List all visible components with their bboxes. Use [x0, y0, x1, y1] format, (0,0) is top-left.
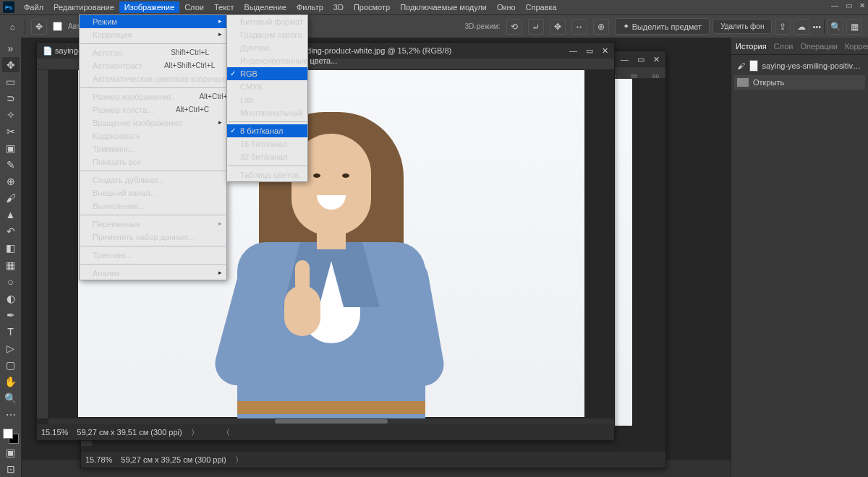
history-snapshot[interactable]: 🖌 saying-yes-smiling-positive-woman-with…: [734, 58, 865, 74]
menu-plugins[interactable]: Подключаемые модули: [395, 1, 492, 13]
history-brush-tool[interactable]: ↶: [2, 224, 20, 239]
zoom-level-front[interactable]: 15.15%: [41, 428, 68, 437]
3d-orbit-icon[interactable]: ⟲: [506, 19, 522, 35]
menu-item-внешний-канал-[interactable]: Внешний канал...: [80, 186, 226, 199]
menu-item-rgb[interactable]: RGB: [227, 67, 307, 80]
menu-view[interactable]: Просмотр: [349, 1, 395, 13]
menu-image[interactable]: Изображение: [119, 1, 179, 13]
hand-tool[interactable]: ✋: [2, 374, 20, 390]
move-tool-icon[interactable]: ✥: [31, 19, 47, 35]
menu-item-вращение-изображения[interactable]: Вращение изображения: [80, 116, 226, 129]
pen-tool[interactable]: ✒: [2, 307, 20, 322]
eraser-tool[interactable]: ◧: [2, 241, 20, 256]
menu-layers[interactable]: Слои: [179, 1, 209, 13]
menu-item-cmyk[interactable]: CMYK: [227, 80, 307, 93]
stamp-tool[interactable]: ▲: [2, 207, 20, 223]
workspace-icon[interactable]: ▦: [846, 19, 862, 35]
gradient-tool[interactable]: ▦: [2, 257, 20, 272]
quickmask-tool[interactable]: ▣: [2, 445, 20, 460]
doc-min-icon[interactable]: —: [621, 55, 629, 64]
more-icon[interactable]: •••: [812, 22, 821, 31]
healing-tool[interactable]: ⊕: [2, 174, 20, 189]
doc-min-icon[interactable]: —: [569, 46, 577, 56]
menu-filter[interactable]: Фильтр: [292, 1, 328, 13]
menu-item-размер-изображения-[interactable]: Размер изображения...Alt+Ctrl+I: [80, 90, 226, 103]
zoom-level-back[interactable]: 15.78%: [85, 455, 112, 464]
menu-help[interactable]: Справка: [521, 1, 562, 13]
scrollbar-horizontal[interactable]: [48, 418, 614, 424]
chevron-left-icon[interactable]: 〈: [222, 427, 230, 438]
maximize-icon[interactable]: ▭: [846, 1, 852, 9]
tab-actions[interactable]: Операции: [800, 42, 837, 51]
path-tool[interactable]: ▷: [2, 340, 20, 356]
history-label: saying-yes-smiling-positive-woman-with-b…: [762, 61, 862, 70]
home-icon[interactable]: ⌂: [6, 20, 19, 33]
remove-bg-button[interactable]: Удалить фон: [712, 19, 772, 34]
menu-item-индексированные-цвета-[interactable]: Индексированные цвета...: [227, 54, 307, 67]
menu-window[interactable]: Окно: [492, 1, 521, 13]
3d-roll-icon[interactable]: ⤾: [528, 19, 544, 35]
move-tool[interactable]: ✥: [2, 57, 20, 72]
screenmode-tool[interactable]: ⊡: [2, 462, 20, 477]
open-icon: [737, 78, 749, 87]
doc-close-icon[interactable]: ✕: [602, 46, 608, 56]
toolbar: » ✥ ▭ ⊃ ✧ ✂ ▣ ✎ ⊕ 🖌 ▲ ↶ ◧ ▦ ○ ◐ ✒ T ▷ ▢ …: [0, 38, 22, 477]
select-subject-button[interactable]: ✦Выделить предмет: [615, 18, 710, 35]
chevron-right-icon[interactable]: 〉: [235, 455, 243, 465]
color-swatch[interactable]: [3, 429, 19, 444]
menu-item-автоматическая-цветовая-коррекция[interactable]: Автоматическая цветовая коррекцияShift+C…: [80, 72, 226, 85]
menu-item-градации-серого[interactable]: Градации серого: [227, 28, 307, 41]
menu-3d[interactable]: 3D: [328, 1, 349, 13]
brush-tool[interactable]: 🖌: [2, 191, 20, 206]
menu-item-анализ[interactable]: Анализ: [80, 267, 226, 280]
share-icon[interactable]: ⇪: [775, 19, 791, 35]
shape-tool[interactable]: ▢: [2, 357, 20, 372]
doc-max-icon[interactable]: ▭: [637, 55, 644, 64]
menu-item-многоканальный[interactable]: Многоканальный: [227, 106, 307, 119]
marquee-tool[interactable]: ▭: [2, 74, 20, 89]
type-tool[interactable]: T: [2, 324, 20, 339]
menu-edit[interactable]: Редактирование: [48, 1, 119, 13]
minimize-icon[interactable]: —: [831, 1, 838, 9]
menu-item-32-бит-канал[interactable]: 32 бит/канал: [227, 150, 307, 163]
menu-item-переменные: Переменные: [80, 218, 226, 231]
history-step[interactable]: Открыть: [734, 75, 865, 90]
doc-max-icon[interactable]: ▭: [586, 46, 593, 56]
3d-pan-icon[interactable]: ✥: [550, 19, 566, 35]
menu-item-вычисления-[interactable]: Вычисления...: [80, 199, 226, 212]
cloud-icon[interactable]: ☁: [793, 19, 809, 35]
menu-item-тримминг-[interactable]: Тримминг...: [80, 142, 226, 155]
lasso-tool[interactable]: ⊃: [2, 90, 20, 106]
menu-select[interactable]: Выделение: [239, 1, 292, 13]
frame-tool[interactable]: ▣: [2, 140, 20, 155]
3d-slide-icon[interactable]: ↔: [571, 19, 587, 35]
zoom-tool[interactable]: 🔍: [2, 391, 20, 406]
menu-item-размер-холста-[interactable]: Размер холста...Alt+Ctrl+C: [80, 103, 226, 116]
tab-history[interactable]: История: [736, 42, 767, 51]
menu-file[interactable]: Файл: [19, 1, 48, 13]
autoselect-checkbox[interactable]: [53, 22, 62, 31]
chevron-right-icon[interactable]: 〉: [191, 427, 199, 438]
dodge-tool[interactable]: ◐: [2, 291, 20, 306]
eyedropper-tool[interactable]: ✎: [2, 158, 20, 173]
edit-toolbar[interactable]: ⋯: [2, 408, 20, 423]
search-icon[interactable]: 🔍: [827, 19, 843, 35]
menu-item-lab[interactable]: Lab: [227, 93, 307, 106]
menu-item-режим[interactable]: Режим: [80, 15, 226, 28]
menu-item-коррекция[interactable]: Коррекция: [80, 28, 226, 41]
blur-tool[interactable]: ○: [2, 274, 20, 289]
menu-item-8-бит-канал[interactable]: 8 бит/канал: [227, 124, 307, 137]
menu-item-16-бит-канал[interactable]: 16 бит/канал: [227, 137, 307, 150]
menu-item-автоконтраст[interactable]: АвтоконтрастAlt+Shift+Ctrl+L: [80, 59, 226, 72]
close-icon[interactable]: ✕: [859, 1, 865, 9]
tab-layers[interactable]: Слои: [774, 42, 793, 51]
doc-close-icon[interactable]: ✕: [653, 55, 660, 64]
menu-text[interactable]: Текст: [209, 1, 239, 13]
collapse-icon[interactable]: »: [2, 40, 20, 56]
crop-tool[interactable]: ✂: [2, 124, 20, 139]
3d-zoom-icon[interactable]: ⊕: [593, 19, 609, 35]
magic-wand-tool[interactable]: ✧: [2, 107, 20, 122]
tab-adjustments[interactable]: Коррекция: [845, 42, 868, 51]
menu-item-создать-дубликат-[interactable]: Создать дубликат...: [80, 173, 226, 186]
menu-item-автотон[interactable]: АвтотонShift+Ctrl+L: [80, 46, 226, 59]
